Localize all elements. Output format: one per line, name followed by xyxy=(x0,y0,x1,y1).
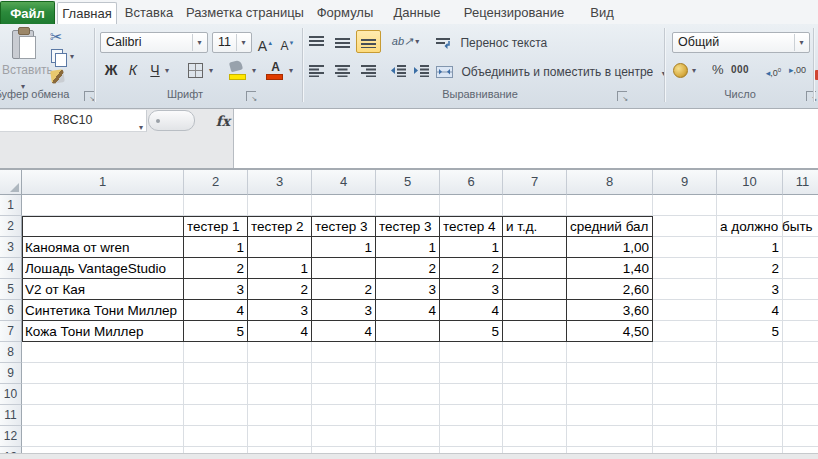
cell-r6c8[interactable]: 3,60 xyxy=(570,300,649,321)
format-painter-icon[interactable] xyxy=(50,69,65,84)
underline-dropdown-icon[interactable]: ▾ xyxy=(165,67,169,75)
paste-button[interactable]: Вставить ▾ xyxy=(2,26,46,88)
cell-r2c2[interactable]: тестер 1 xyxy=(187,216,244,237)
formula-input[interactable] xyxy=(233,109,818,168)
font-dialog-launcher-icon[interactable] xyxy=(246,91,256,101)
insert-function-icon[interactable]: fx xyxy=(212,111,234,131)
cell-r3c6[interactable]: 1 xyxy=(443,237,499,258)
cell-r3c10[interactable]: 1 xyxy=(720,237,779,258)
cell-r6c6[interactable]: 4 xyxy=(443,300,499,321)
font-size-combo[interactable]: 11 ▾ xyxy=(212,32,252,53)
row-header-9[interactable]: 9 xyxy=(0,363,22,384)
cell-r6c4[interactable]: 3 xyxy=(315,300,372,321)
tab-view[interactable]: Вид xyxy=(575,2,629,24)
cell-r7c4[interactable]: 4 xyxy=(315,321,372,342)
cell-r4c3[interactable]: 1 xyxy=(251,258,308,279)
tab-insert[interactable]: Вставка xyxy=(117,2,181,24)
increase-indent-button[interactable] xyxy=(410,59,432,82)
italic-button[interactable]: К xyxy=(123,59,143,82)
number-format-combo[interactable]: Общий ▾ xyxy=(672,32,810,53)
cell-r5c4[interactable]: 2 xyxy=(315,279,372,300)
column-header-10[interactable]: 10 xyxy=(717,170,783,195)
percent-style-button[interactable]: % xyxy=(712,62,724,77)
column-header-2[interactable]: 2 xyxy=(184,170,248,195)
column-header-3[interactable]: 3 xyxy=(248,170,312,195)
clipboard-dialog-launcher-icon[interactable] xyxy=(84,91,94,101)
select-all-button[interactable] xyxy=(0,170,22,195)
cell-r5c6[interactable]: 3 xyxy=(443,279,499,300)
column-header-6[interactable]: 6 xyxy=(440,170,503,195)
borders-button[interactable] xyxy=(183,59,208,82)
column-header-8[interactable]: 8 xyxy=(567,170,653,195)
cell-r2c7[interactable]: и т.д. xyxy=(506,216,563,237)
cell-r7c8[interactable]: 4,50 xyxy=(570,321,649,342)
cell-r6c10[interactable]: 4 xyxy=(720,300,779,321)
column-header-5[interactable]: 5 xyxy=(376,170,440,195)
row-header-5[interactable]: 5 xyxy=(0,279,22,300)
row-header-1[interactable]: 1 xyxy=(0,195,22,216)
tab-file[interactable]: Файл xyxy=(0,1,55,24)
row-header-8[interactable]: 8 xyxy=(0,342,22,363)
tab-review[interactable]: Рецензирование xyxy=(453,2,575,24)
fill-color-dropdown-icon[interactable]: ▾ xyxy=(252,67,256,75)
column-header-1[interactable]: 1 xyxy=(22,170,184,195)
cell-r5c5[interactable]: 3 xyxy=(379,279,436,300)
cell-r6c1[interactable]: Синтетика Тони Миллер xyxy=(25,300,180,321)
name-box-dropdown-icon[interactable]: ▾ xyxy=(139,117,143,138)
column-header-4[interactable]: 4 xyxy=(312,170,376,195)
cell-r7c2[interactable]: 5 xyxy=(187,321,244,342)
column-header-7[interactable]: 7 xyxy=(503,170,567,195)
row-header-4[interactable]: 4 xyxy=(0,258,22,279)
cell-r5c3[interactable]: 2 xyxy=(251,279,308,300)
row-header-11[interactable]: 11 xyxy=(0,405,22,426)
row-header-7[interactable]: 7 xyxy=(0,321,22,342)
align-center-button[interactable] xyxy=(330,59,355,82)
borders-dropdown-icon[interactable]: ▾ xyxy=(209,67,213,75)
column-header-9[interactable]: 9 xyxy=(653,170,717,195)
cell-r6c5[interactable]: 4 xyxy=(379,300,436,321)
wrap-text-button[interactable]: Перенос текста xyxy=(436,33,547,51)
tab-page-layout[interactable]: Разметка страницы xyxy=(181,2,309,24)
cell-r7c1[interactable]: Кожа Тони Миллер xyxy=(25,321,180,342)
name-box[interactable]: R8C10 ▾ xyxy=(0,110,147,132)
copy-icon[interactable] xyxy=(51,49,63,63)
copy-dropdown-icon[interactable]: ▾ xyxy=(70,53,74,61)
cut-icon[interactable]: ✂ xyxy=(50,28,63,46)
cell-r4c8[interactable]: 1,40 xyxy=(570,258,649,279)
orientation-button[interactable]: ab↗ ▾ xyxy=(389,30,422,53)
align-top-button[interactable] xyxy=(304,30,329,53)
cell-r7c10[interactable]: 5 xyxy=(720,321,779,342)
spreadsheet-grid[interactable]: 123456789101112345678910111213тестер 1те… xyxy=(0,170,818,459)
cell-r3c5[interactable]: 1 xyxy=(379,237,436,258)
row-header-10[interactable]: 10 xyxy=(0,384,22,405)
cell-r4c10[interactable]: 2 xyxy=(720,258,779,279)
font-name-combo[interactable]: Calibri ▾ xyxy=(100,32,208,53)
underline-button[interactable]: Ч xyxy=(145,59,165,82)
row-header-3[interactable]: 3 xyxy=(0,237,22,258)
cell-r5c2[interactable]: 3 xyxy=(187,279,244,300)
decrease-indent-button[interactable] xyxy=(387,59,409,82)
cell-r5c8[interactable]: 2,60 xyxy=(570,279,649,300)
chevron-down-icon[interactable]: ▾ xyxy=(236,34,250,51)
row-header-12[interactable]: 12 xyxy=(0,426,22,447)
cell-r2c8[interactable]: средний бал xyxy=(570,216,649,237)
accounting-format-icon[interactable] xyxy=(673,63,688,78)
merge-center-button[interactable]: Объединить и поместить в центре ▾ xyxy=(436,62,666,80)
increase-decimal-button[interactable]: ◂,00 xyxy=(762,60,785,80)
align-bottom-button[interactable] xyxy=(356,30,381,53)
font-color-dropdown-icon[interactable]: ▾ xyxy=(289,67,293,75)
cell-r2c5[interactable]: тестер 3 xyxy=(379,216,436,237)
comma-style-button[interactable]: 000 xyxy=(731,64,749,75)
cell-r5c1[interactable]: V2 от Кая xyxy=(25,279,180,300)
shrink-font-button[interactable]: A▼ xyxy=(277,32,298,55)
decrease-decimal-button[interactable]: ▸,00 xyxy=(786,60,809,80)
number-dialog-launcher-icon[interactable] xyxy=(806,91,816,101)
fill-color-button[interactable] xyxy=(226,59,251,82)
tab-data[interactable]: Данные xyxy=(381,2,453,24)
cell-r6c3[interactable]: 3 xyxy=(251,300,308,321)
cell-r4c6[interactable]: 2 xyxy=(443,258,499,279)
cell-r3c1[interactable]: Канояма от wren xyxy=(25,237,180,258)
cell-r6c2[interactable]: 4 xyxy=(187,300,244,321)
row-header-2[interactable]: 2 xyxy=(0,216,22,237)
grow-font-button[interactable]: A▲ xyxy=(255,32,276,55)
